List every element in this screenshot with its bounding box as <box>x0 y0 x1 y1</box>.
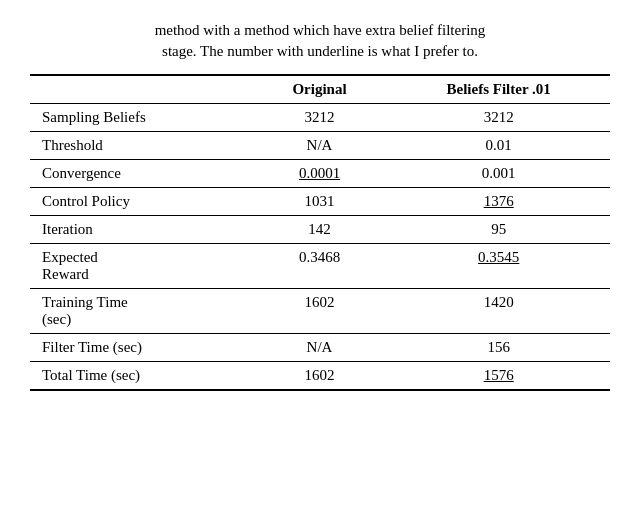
row-beliefs-value: 1420 <box>387 289 610 334</box>
table-row: Total Time (sec)16021576 <box>30 362 610 391</box>
row-original-value: 142 <box>252 216 388 244</box>
row-beliefs-value: 0.3545 <box>387 244 610 289</box>
intro-line2: stage. The number with underline is what… <box>162 43 478 59</box>
row-label: ExpectedReward <box>30 244 252 289</box>
table-row: ThresholdN/A0.01 <box>30 132 610 160</box>
row-original-value: 1031 <box>252 188 388 216</box>
row-original-value: 0.3468 <box>252 244 388 289</box>
row-original-value: 0.0001 <box>252 160 388 188</box>
table-header-row: Original Beliefs Filter .01 <box>30 75 610 104</box>
col-header-beliefs: Beliefs Filter .01 <box>387 75 610 104</box>
row-original-value: N/A <box>252 334 388 362</box>
row-original-value: 1602 <box>252 289 388 334</box>
row-label: Training Time(sec) <box>30 289 252 334</box>
table-row: Control Policy10311376 <box>30 188 610 216</box>
row-beliefs-value: 0.001 <box>387 160 610 188</box>
main-container: method with a method which have extra be… <box>20 10 620 401</box>
row-label: Control Policy <box>30 188 252 216</box>
row-beliefs-value: 1576 <box>387 362 610 391</box>
row-label: Filter Time (sec) <box>30 334 252 362</box>
intro-line1: method with a method which have extra be… <box>155 22 486 38</box>
col-header-original: Original <box>252 75 388 104</box>
row-beliefs-value: 1376 <box>387 188 610 216</box>
intro-paragraph: method with a method which have extra be… <box>30 20 610 62</box>
row-beliefs-value: 0.01 <box>387 132 610 160</box>
table-row: Filter Time (sec)N/A156 <box>30 334 610 362</box>
row-label: Iteration <box>30 216 252 244</box>
comparison-table: Original Beliefs Filter .01 Sampling Bel… <box>30 74 610 391</box>
row-label: Threshold <box>30 132 252 160</box>
row-label: Total Time (sec) <box>30 362 252 391</box>
row-label: Sampling Beliefs <box>30 104 252 132</box>
table-row: Convergence0.00010.001 <box>30 160 610 188</box>
table-row: ExpectedReward0.34680.3545 <box>30 244 610 289</box>
row-beliefs-value: 3212 <box>387 104 610 132</box>
table-row: Sampling Beliefs32123212 <box>30 104 610 132</box>
row-beliefs-value: 95 <box>387 216 610 244</box>
row-label: Convergence <box>30 160 252 188</box>
row-original-value: 3212 <box>252 104 388 132</box>
row-original-value: N/A <box>252 132 388 160</box>
row-beliefs-value: 156 <box>387 334 610 362</box>
table-row: Iteration14295 <box>30 216 610 244</box>
col-header-empty <box>30 75 252 104</box>
table-row: Training Time(sec)16021420 <box>30 289 610 334</box>
row-original-value: 1602 <box>252 362 388 391</box>
